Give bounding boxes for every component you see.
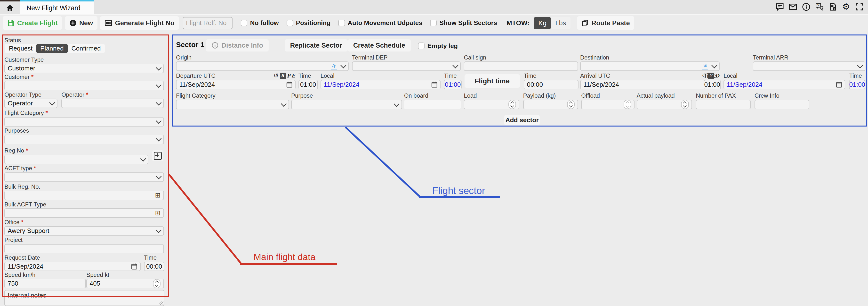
customer-type-select[interactable]: Customer — [4, 64, 164, 73]
origin-select[interactable] — [176, 61, 349, 71]
clipboard-icon — [581, 20, 589, 27]
info-icon[interactable] — [802, 2, 811, 12]
auto-movement-checkbox-group: Auto Movement Udpates — [338, 19, 422, 27]
departure-local-time-field: Time 01:00 — [444, 73, 462, 89]
call-sign-field: Call sign — [464, 54, 578, 71]
spinner-arrows-icon[interactable] — [153, 279, 160, 288]
arrival-utc-date-input[interactable]: 11/Sep/2024 — [580, 80, 720, 89]
flight-time-button[interactable]: Flight time — [465, 74, 520, 88]
departure-time-input[interactable]: 01:00 — [299, 80, 318, 89]
departure-time-field: Time 01:00 — [299, 73, 318, 89]
spinner-arrows-icon[interactable] — [681, 100, 689, 109]
calendar-icon[interactable] — [836, 81, 842, 88]
no-follow-checkbox-group: No follow — [241, 19, 279, 27]
document-info-icon[interactable] — [828, 2, 838, 12]
terminal-arr-select[interactable] — [753, 61, 865, 71]
bulk-reg-no-input[interactable] — [4, 191, 164, 200]
distance-info-button[interactable]: Distance Info — [206, 39, 269, 52]
actual-payload-stepper[interactable] — [637, 100, 692, 109]
chevron-down-icon — [156, 65, 161, 71]
departure-utc-date-input[interactable]: 11/Sep/2024 — [176, 80, 296, 89]
departure-local-date-input[interactable]: 11/Sep/2024 — [320, 80, 440, 89]
calendar-icon[interactable] — [131, 263, 137, 270]
chevron-down-icon — [156, 227, 161, 233]
resize-handle[interactable] — [159, 301, 163, 305]
bulk-acft-type-field: Bulk ACFT Type — [4, 201, 164, 218]
number-of-pax-input[interactable] — [696, 100, 751, 109]
purpose-select[interactable] — [291, 100, 402, 109]
flag-e[interactable]: E — [292, 73, 296, 79]
arrival-time-field: Time 01:00 — [704, 73, 721, 89]
mail-icon[interactable] — [788, 2, 798, 12]
destination-select[interactable] — [580, 61, 720, 71]
add-reg-no-button[interactable] — [152, 150, 163, 162]
flag-r-badge[interactable]: R — [280, 73, 286, 79]
crew-info-input[interactable] — [754, 100, 809, 109]
arrival-local-time-input[interactable]: 01:00 — [849, 80, 865, 89]
create-schedule-button[interactable]: Create Schedule — [348, 39, 411, 52]
calendar-icon[interactable] — [431, 81, 437, 88]
flight-category-select[interactable] — [4, 117, 164, 127]
terminal-dep-select[interactable] — [352, 61, 461, 71]
spinner-arrows-icon[interactable] — [508, 100, 516, 109]
status-option-planned[interactable]: Planned — [36, 44, 67, 53]
on-board-input[interactable] — [404, 100, 461, 109]
internal-notes-textarea[interactable]: Internal notes — [4, 290, 164, 306]
bulk-acft-type-input[interactable] — [4, 208, 164, 218]
customer-select[interactable] — [4, 81, 164, 90]
flag-p[interactable]: P — [287, 73, 291, 79]
chevron-down-icon — [281, 101, 287, 107]
project-input[interactable] — [4, 244, 164, 254]
route-paste-button[interactable]: Route Paste — [577, 16, 634, 30]
offload-stepper[interactable] — [581, 100, 634, 109]
empty-leg-checkbox[interactable] — [418, 43, 425, 49]
spinner-arrows-icon[interactable] — [567, 100, 575, 109]
show-split-sectors-checkbox[interactable] — [430, 20, 437, 26]
payload-stepper[interactable] — [523, 100, 578, 109]
replicate-sector-button[interactable]: Replicate Sector — [285, 39, 348, 52]
arrival-local-date-input[interactable]: 11/Sep/2024 — [723, 80, 845, 89]
status-option-confirmed[interactable]: Confirmed — [68, 44, 105, 53]
payload-field: Payload (kg) — [523, 92, 578, 109]
calendar-icon[interactable] — [286, 81, 292, 88]
generate-flight-no-button[interactable]: Generate Flight No — [100, 16, 179, 30]
home-tab[interactable] — [0, 0, 20, 14]
comment-icon[interactable] — [775, 2, 784, 12]
acft-type-select[interactable] — [4, 172, 164, 182]
create-flight-button[interactable]: Create Flight — [3, 16, 62, 30]
new-button[interactable]: New — [65, 16, 97, 30]
sector-flight-category-select[interactable] — [176, 100, 289, 109]
reg-no-select[interactable] — [4, 155, 148, 164]
sector-title: Sector 1 — [176, 40, 205, 49]
actual-payload-field: Actual payload — [637, 92, 692, 109]
load-stepper[interactable] — [464, 100, 519, 109]
kg-toggle[interactable]: Kg — [534, 17, 551, 29]
flight-ref-no-input[interactable] — [183, 17, 232, 29]
request-time-input[interactable]: 00:00 — [144, 262, 164, 271]
add-sector-button[interactable]: Add sector — [504, 115, 540, 125]
help-chat-icon[interactable]: ? — [815, 2, 824, 12]
arrival-local-time-field: Time 01:00 — [849, 73, 865, 89]
office-select[interactable]: Awery Support — [4, 226, 164, 236]
positioning-checkbox[interactable] — [287, 20, 293, 26]
speed-kt-stepper[interactable]: 405 — [86, 279, 164, 288]
gear-icon[interactable] — [841, 2, 851, 12]
purposes-field: Purposes — [4, 128, 164, 144]
operator-type-select[interactable]: Operator — [4, 99, 58, 108]
arrival-local-field: Local 11/Sep/2024 — [723, 73, 845, 89]
no-follow-checkbox[interactable] — [241, 20, 247, 26]
purposes-select[interactable] — [4, 135, 164, 144]
fullscreen-icon[interactable] — [855, 2, 864, 12]
status-option-request[interactable]: Request — [5, 44, 37, 53]
departure-local-time-input[interactable]: 01:00 — [444, 80, 462, 89]
operator-select[interactable] — [61, 99, 164, 108]
auto-movement-checkbox[interactable] — [338, 20, 345, 26]
speed-kmh-input[interactable]: 750 — [4, 279, 86, 288]
history-icon[interactable] — [274, 73, 279, 79]
arrival-time-input[interactable]: 01:00 — [704, 80, 721, 89]
request-date-input[interactable]: 11/Sep/2024 — [4, 262, 141, 271]
flight-time-input[interactable]: 00:00 — [524, 80, 579, 89]
lbs-toggle[interactable]: Lbs — [551, 17, 570, 29]
call-sign-input[interactable] — [464, 61, 578, 71]
tab-new-flight-wizard[interactable]: New Flight Wizard — [20, 0, 94, 14]
